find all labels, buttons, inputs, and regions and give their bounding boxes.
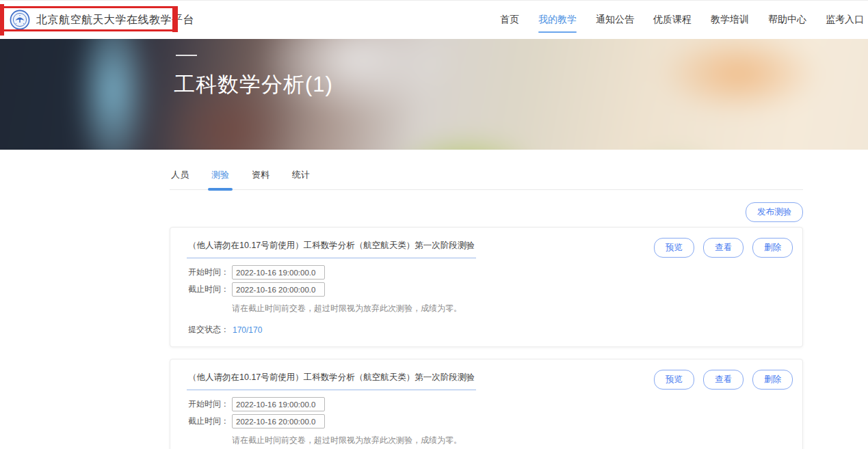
start-time-input[interactable]: [232, 397, 325, 411]
nav-item-quality-courses[interactable]: 优质课程: [653, 10, 692, 30]
quiz-card: （他人请勿在10.17号前使用）工科数学分析（航空航天类）第一次阶段测验 预览 …: [170, 359, 803, 449]
main-nav: 首页 我的教学 通知公告 优质课程 教学培训 帮助中心 监考入口: [500, 10, 864, 30]
submission-status-link[interactable]: 170/170: [233, 325, 262, 335]
quiz-actions: 预览 查看 删除: [654, 368, 793, 390]
delete-button[interactable]: 删除: [752, 238, 793, 258]
nav-item-my-teaching[interactable]: 我的教学: [538, 10, 577, 30]
end-time-label: 截止时间：: [188, 416, 232, 427]
deadline-note: 请在截止时间前交卷，超过时限视为放弃此次测验，成绩为零。: [232, 435, 793, 446]
main-content: 人员 测验 资料 统计 发布测验 （他人请勿在10.17号前使用）工科数学分析（…: [170, 169, 803, 449]
start-time-label: 开始时间：: [188, 398, 232, 410]
end-time-input[interactable]: [232, 282, 325, 297]
course-banner: 工科数学分析(1): [0, 39, 868, 150]
platform-title: 北京航空航天大学在线教学平台: [36, 13, 194, 27]
tab-statistics[interactable]: 统计: [292, 169, 310, 181]
end-time-input[interactable]: [232, 414, 325, 428]
preview-button[interactable]: 预览: [654, 370, 694, 390]
course-title: 工科数学分析(1): [174, 70, 333, 99]
tab-quizzes[interactable]: 测验: [211, 169, 229, 181]
hero-dash: [176, 55, 197, 56]
nav-item-teacher-training[interactable]: 教学培训: [711, 10, 749, 30]
quiz-title: （他人请勿在10.17号前使用）工科数学分析（航空航天类）第一次阶段测验: [187, 236, 476, 258]
nav-item-home[interactable]: 首页: [500, 10, 519, 30]
banner-background-image: [0, 39, 868, 150]
deadline-note: 请在截止时间前交卷，超过时限视为放弃此次测验，成绩为零。: [232, 303, 793, 314]
start-time-label: 开始时间：: [188, 267, 232, 278]
start-time-input[interactable]: [232, 265, 325, 280]
quiz-title: （他人请勿在10.17号前使用）工科数学分析（航空航天类）第一次阶段测验: [187, 368, 476, 390]
nav-item-help-center[interactable]: 帮助中心: [768, 10, 806, 30]
delete-button[interactable]: 删除: [752, 370, 793, 390]
quiz-toolbar: 发布测验: [170, 202, 803, 222]
course-tabs: 人员 测验 资料 统计: [170, 169, 803, 190]
end-time-label: 截止时间：: [188, 284, 232, 295]
preview-button[interactable]: 预览: [654, 238, 694, 258]
quiz-actions: 预览 查看 删除: [654, 236, 793, 258]
tab-materials[interactable]: 资料: [252, 169, 269, 181]
platform-logo[interactable]: 北京航空航天大学在线教学平台: [10, 10, 194, 30]
quiz-card: （他人请勿在10.17号前使用）工科数学分析（航空航天类）第一次阶段测验 预览 …: [170, 227, 803, 347]
view-button[interactable]: 查看: [703, 370, 744, 390]
tab-members[interactable]: 人员: [171, 169, 189, 181]
nav-item-notices[interactable]: 通知公告: [596, 10, 634, 30]
university-seal-icon: [10, 10, 30, 30]
publish-quiz-button[interactable]: 发布测验: [746, 202, 803, 222]
nav-item-proctor-entry[interactable]: 监考入口: [826, 10, 864, 30]
top-header: 北京航空航天大学在线教学平台 首页 我的教学 通知公告 优质课程 教学培训 帮助…: [0, 0, 868, 39]
view-button[interactable]: 查看: [703, 238, 744, 258]
submission-status-label: 提交状态：: [188, 324, 229, 336]
